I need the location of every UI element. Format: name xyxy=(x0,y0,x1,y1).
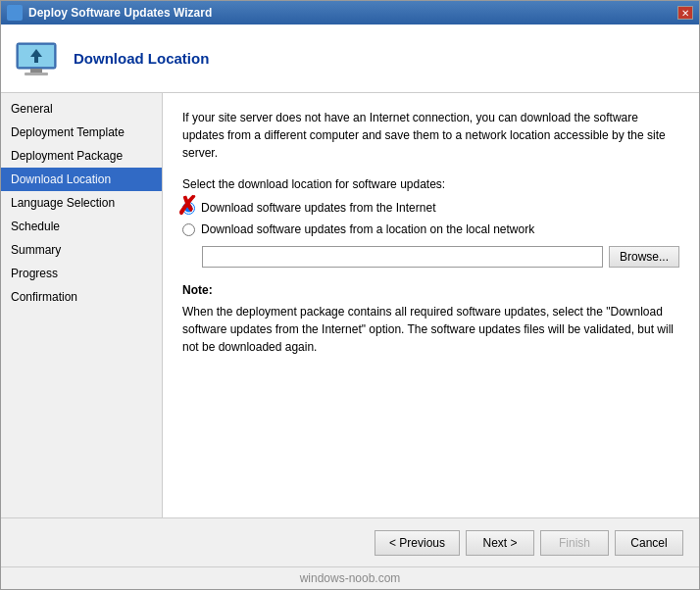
previous-button[interactable]: < Previous xyxy=(375,530,460,556)
path-input[interactable] xyxy=(202,246,603,268)
path-row: Browse... xyxy=(202,246,679,268)
window-icon xyxy=(7,5,23,21)
footer: < Previous Next > Finish Cancel xyxy=(1,517,699,566)
radio-network-label: Download software updates from a locatio… xyxy=(201,222,534,236)
sidebar-item-progress[interactable]: Progress xyxy=(1,262,162,285)
content-area: General Deployment Template Deployment P… xyxy=(1,93,699,517)
finish-button[interactable]: Finish xyxy=(540,530,609,556)
note-title: Note: xyxy=(182,283,679,297)
radio-item-internet: ✗ Download software updates from the Int… xyxy=(182,201,679,215)
header-title: Download Location xyxy=(74,50,209,67)
radio-internet[interactable] xyxy=(182,202,195,215)
sidebar-item-summary[interactable]: Summary xyxy=(1,238,162,262)
sidebar-item-download-location[interactable]: Download Location xyxy=(1,168,162,191)
header-icon xyxy=(13,35,60,82)
cancel-button[interactable]: Cancel xyxy=(615,530,683,556)
sidebar: General Deployment Template Deployment P… xyxy=(1,93,163,517)
browse-button[interactable]: Browse... xyxy=(609,246,679,268)
title-bar: Deploy Software Updates Wizard ✕ xyxy=(1,1,699,25)
sidebar-item-general[interactable]: General xyxy=(1,97,162,121)
radio-group: ✗ Download software updates from the Int… xyxy=(182,201,679,236)
header-bar: Download Location xyxy=(1,25,699,93)
radio-network[interactable] xyxy=(182,223,195,236)
radio-internet-label: Download software updates from the Inter… xyxy=(201,201,435,215)
svg-rect-2 xyxy=(30,69,42,73)
sidebar-item-language-selection[interactable]: Language Selection xyxy=(1,191,162,215)
radio-item-network: Download software updates from a locatio… xyxy=(182,222,679,236)
close-button[interactable]: ✕ xyxy=(677,6,693,20)
sidebar-item-confirmation[interactable]: Confirmation xyxy=(1,285,162,309)
main-panel: If your site server does not have an Int… xyxy=(163,93,699,517)
next-button[interactable]: Next > xyxy=(466,530,534,556)
wizard-window: Deploy Software Updates Wizard ✕ Downloa… xyxy=(0,0,700,590)
window-title: Deploy Software Updates Wizard xyxy=(28,6,212,20)
sidebar-item-schedule[interactable]: Schedule xyxy=(1,215,162,238)
description-text: If your site server does not have an Int… xyxy=(182,109,679,162)
title-bar-left: Deploy Software Updates Wizard xyxy=(7,5,212,21)
note-text: When the deployment package contains all… xyxy=(182,303,679,356)
sidebar-item-deployment-template[interactable]: Deployment Template xyxy=(1,121,162,144)
watermark: windows-noob.com xyxy=(1,566,699,589)
sidebar-item-deployment-package[interactable]: Deployment Package xyxy=(1,144,162,168)
select-label: Select the download location for softwar… xyxy=(182,177,679,191)
note-section: Note: When the deployment package contai… xyxy=(182,283,679,356)
watermark-text: windows-noob.com xyxy=(300,571,401,585)
svg-rect-3 xyxy=(25,73,48,75)
